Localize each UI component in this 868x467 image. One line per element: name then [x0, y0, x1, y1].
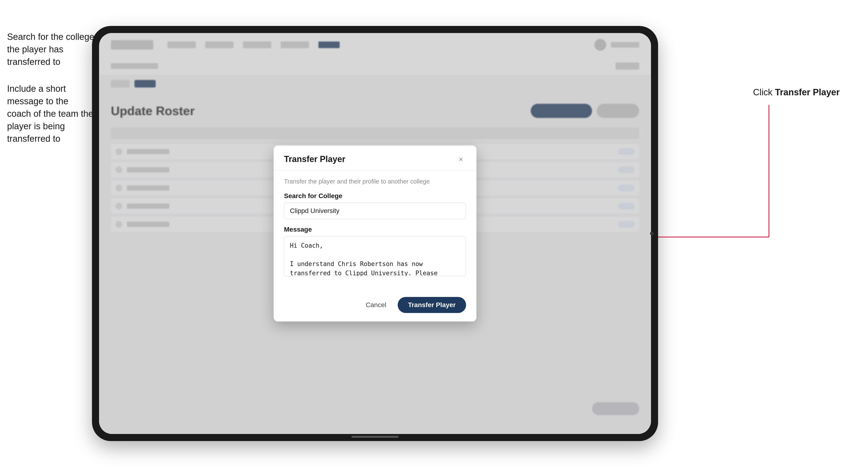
- transfer-player-modal: Transfer Player × Transfer the player an…: [274, 146, 476, 321]
- modal-close-button[interactable]: ×: [456, 154, 466, 164]
- message-group: Message: [284, 226, 466, 277]
- modal-body: Transfer the player and their profile to…: [274, 170, 476, 291]
- modal-subtitle: Transfer the player and their profile to…: [284, 178, 466, 185]
- annotation-transfer-bold: Transfer Player: [775, 87, 840, 97]
- annotation-search-text: Search for the college the player has tr…: [7, 31, 94, 68]
- annotation-message-text: Include a short message to the coach of …: [7, 83, 94, 145]
- search-college-label: Search for College: [284, 192, 466, 200]
- ipad-camera: [650, 231, 654, 236]
- search-college-input[interactable]: [284, 203, 466, 219]
- modal-footer: Cancel Transfer Player: [274, 291, 476, 321]
- ipad-home-bar: [351, 436, 399, 438]
- annotation-right: Click Transfer Player: [753, 87, 840, 97]
- modal-header: Transfer Player ×: [274, 146, 476, 170]
- annotation-left: Search for the college the player has tr…: [7, 31, 94, 159]
- transfer-player-button[interactable]: Transfer Player: [398, 297, 466, 313]
- ipad-device: Update Roster: [92, 26, 658, 441]
- message-label: Message: [284, 226, 466, 233]
- search-college-group: Search for College: [284, 192, 466, 219]
- annotation-click-text: Click: [753, 87, 775, 97]
- cancel-button[interactable]: Cancel: [360, 298, 392, 312]
- message-textarea[interactable]: [284, 236, 466, 276]
- modal-title: Transfer Player: [284, 154, 345, 164]
- app-background: Update Roster: [99, 33, 651, 434]
- ipad-screen: Update Roster: [99, 33, 651, 434]
